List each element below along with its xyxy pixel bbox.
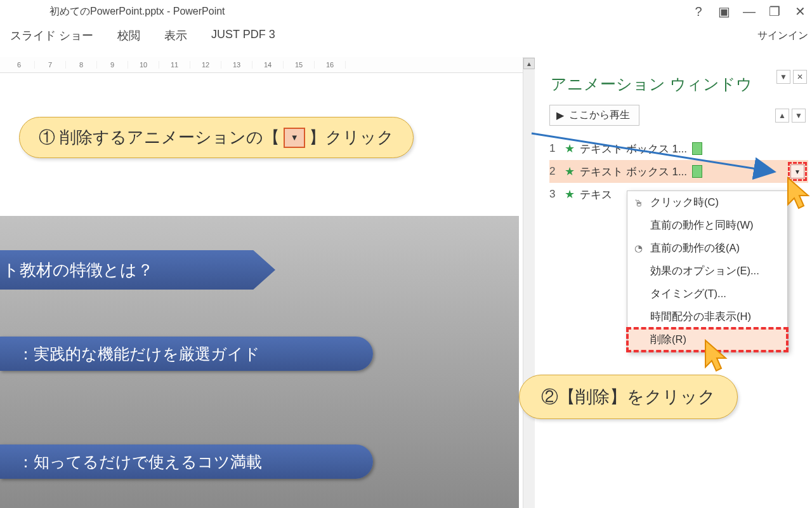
menu-effect-options[interactable]: 効果のオプション(E)...	[627, 260, 787, 283]
ruler-mark: 16	[315, 61, 346, 69]
window-controls: ? ▣ — ❐ ✕	[691, 4, 807, 18]
clock-icon: ◔	[632, 243, 644, 254]
ruler-mark: 6	[4, 61, 35, 69]
ruler-mark: 14	[252, 61, 284, 69]
close-icon[interactable]: ✕	[793, 4, 807, 18]
anim-label: テキスト ボックス 1...	[580, 164, 687, 179]
animation-item-2[interactable]: 2 ★ テキスト ボックス 1... ▼	[549, 160, 808, 183]
mouse-icon: 🖱	[632, 197, 644, 208]
tab-review[interactable]: 校閲	[117, 28, 140, 43]
minimize-icon[interactable]: —	[742, 4, 756, 18]
title-bar: 初めてのPowerPoint.pptx - PowerPoint ? ▣ — ❐…	[0, 0, 812, 22]
annotation-text: ②【削除】をクリック	[541, 385, 716, 408]
slide-title-text: ト教材の特徴とは？	[3, 259, 154, 281]
ruler-mark: 11	[159, 61, 190, 69]
menu-delete[interactable]: 削除(R)	[627, 328, 787, 351]
ruler-mark: 8	[66, 61, 97, 69]
menu-start-on-click[interactable]: 🖱 クリック時(C)	[627, 191, 787, 214]
anim-number: 3	[549, 188, 560, 201]
scroll-up-arrow-icon[interactable]: ▲	[523, 58, 535, 69]
menu-label: クリック時(C)	[650, 196, 719, 210]
star-icon: ★	[565, 187, 575, 201]
animation-context-menu: 🖱 クリック時(C) 直前の動作と同時(W) ◔ 直前の動作の後(A) 効果のオ…	[627, 190, 788, 352]
ruler-mark: 15	[284, 61, 315, 69]
ruler-mark: 12	[190, 61, 221, 69]
ribbon-display-options-icon[interactable]: ▣	[717, 4, 731, 18]
menu-hide-advanced-timeline[interactable]: 時間配分の非表示(H)	[627, 305, 787, 328]
slide-bullet-1[interactable]: ：実践的な機能だけを厳選ガイド	[0, 337, 373, 371]
sign-in-link[interactable]: サインイン	[757, 29, 808, 43]
menu-start-with-previous[interactable]: 直前の動作と同時(W)	[627, 214, 787, 237]
ruler-mark: 7	[35, 61, 66, 69]
move-up-button[interactable]: ▲	[775, 109, 789, 123]
menu-label: 削除(R)	[650, 333, 686, 347]
slide-bullet-2-text: ：知ってるだけで使えるコツ満載	[18, 451, 262, 472]
slide-bullet-2[interactable]: ：知ってるだけで使えるコツ満載	[0, 444, 373, 479]
slide-bullet-1-text: ：実践的な機能だけを厳選ガイド	[18, 344, 260, 364]
menu-label: 効果のオプション(E)...	[650, 264, 759, 278]
pane-close-icon[interactable]: ✕	[793, 70, 807, 84]
play-from-label: ここから再生	[569, 109, 630, 122]
restore-icon[interactable]: ❐	[768, 4, 782, 18]
anim-number: 1	[549, 142, 560, 155]
play-from-button[interactable]: ▶ ここから再生	[549, 105, 639, 126]
tab-slideshow[interactable]: スライド ショー	[10, 28, 93, 43]
help-icon[interactable]: ?	[691, 4, 705, 18]
duration-bar	[692, 142, 702, 155]
duration-bar	[692, 165, 702, 178]
slide-title-shape[interactable]: ト教材の特徴とは？	[0, 250, 275, 290]
star-icon: ★	[565, 142, 575, 156]
animation-item-dropdown-icon[interactable]: ▼	[790, 164, 804, 178]
menu-label: 直前の動作の後(A)	[650, 241, 740, 255]
menu-timing[interactable]: タイミング(T)...	[627, 283, 787, 305]
menu-start-after-previous[interactable]: ◔ 直前の動作の後(A)	[627, 237, 787, 260]
dropdown-sample-icon: ▼	[284, 128, 305, 148]
anim-label: テキスト ボックス 1...	[580, 142, 687, 156]
ruler-mark: 13	[221, 61, 252, 69]
anim-label: テキス	[580, 187, 612, 202]
animation-item-1[interactable]: 1 ★ テキスト ボックス 1...	[549, 137, 808, 160]
ruler-mark: 9	[97, 61, 128, 69]
animation-pane-title: アニメーション ウィンドウ	[551, 74, 752, 95]
annotation-text: ① 削除するアニメーションの【	[39, 126, 280, 149]
ruler-mark: 10	[128, 61, 159, 69]
menu-label: タイミング(T)...	[650, 287, 726, 301]
annotation-step-2: ②【削除】をクリック	[519, 375, 738, 419]
pane-options-icon[interactable]: ▼	[776, 70, 790, 84]
menu-label: 時間配分の非表示(H)	[650, 310, 751, 324]
star-icon: ★	[565, 164, 575, 178]
anim-number: 2	[549, 165, 560, 178]
ribbon-tabs: スライド ショー 校閲 表示 JUST PDF 3	[0, 22, 812, 55]
menu-label: 直前の動作と同時(W)	[650, 218, 754, 232]
move-down-button[interactable]: ▼	[792, 109, 806, 123]
tab-just-pdf[interactable]: JUST PDF 3	[211, 28, 275, 43]
annotation-step-1: ① 削除するアニメーションの【 ▼ 】クリック	[19, 117, 414, 158]
horizontal-ruler: 6 7 8 9 10 11 12 13 14 15 16	[0, 57, 533, 73]
vertical-scrollbar[interactable]: ▲	[523, 57, 535, 508]
play-icon: ▶	[556, 109, 564, 121]
tab-view[interactable]: 表示	[164, 28, 187, 43]
annotation-text: 】クリック	[309, 126, 394, 149]
window-title: 初めてのPowerPoint.pptx - PowerPoint	[5, 5, 691, 18]
